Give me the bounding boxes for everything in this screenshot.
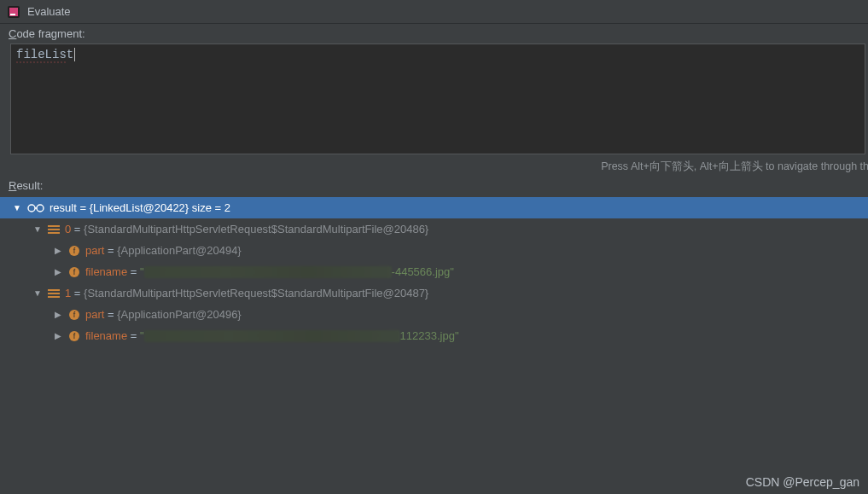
redacted-text [144,330,400,342]
svg-rect-2 [10,14,15,15]
code-expression: fileList [16,48,73,61]
result-label: Result: [0,179,868,195]
item-index: 1 [65,287,71,299]
code-fragment-input[interactable]: fileList [10,44,865,154]
field-name: filename [85,265,127,278]
tree-field-row[interactable]: ▶ f filename = " 112233.jpg" [0,325,868,346]
tree-item-row[interactable]: ▼ 1 = {StandardMultipartHttpServletReque… [0,282,868,304]
tree-field-row[interactable]: ▶ f part = {ApplicationPart@20494} [0,240,868,261]
field-value: {ApplicationPart@20496} [117,308,241,321]
string-suffix: -445566.jpg" [392,265,454,278]
svg-point-3 [28,205,35,212]
title-bar: Evaluate [0,0,868,24]
svg-rect-6 [48,229,60,230]
field-icon: f [68,330,80,342]
navigation-hint: Press Alt+向下箭头, Alt+向上箭头 to navigate thr… [0,154,868,179]
svg-rect-5 [48,225,60,227]
field-icon: f [68,266,80,278]
collapse-arrow-icon[interactable]: ▶ [53,331,63,340]
error-underline [16,61,67,63]
item-value: {StandardMultipartHttpServletRequest$Sta… [84,223,428,235]
field-icon: f [68,309,80,321]
collapse-arrow-icon[interactable]: ▶ [53,310,63,319]
tree-field-row[interactable]: ▶ f filename = " -445566.jpg" [0,261,868,282]
list-element-icon [48,288,60,299]
svg-rect-13 [48,293,60,294]
svg-rect-12 [48,289,60,291]
window-title: Evaluate [27,5,71,18]
string-quote: " [140,329,144,342]
svg-rect-7 [48,232,60,234]
watch-icon [27,203,44,213]
field-name: part [85,244,104,257]
item-index: 0 [65,223,71,235]
svg-point-4 [37,205,44,212]
list-element-icon [48,224,60,235]
expand-arrow-icon[interactable]: ▼ [32,224,43,234]
watermark: CSDN @Percep_gan [746,475,859,489]
collapse-arrow-icon[interactable]: ▶ [53,267,63,276]
collapse-arrow-icon[interactable]: ▶ [53,246,63,255]
tree-item-row[interactable]: ▼ 0 = {StandardMultipartHttpServletReque… [0,218,868,240]
result-value: {LinkedList@20422} size = 2 [90,201,230,214]
field-icon: f [68,245,80,257]
result-tree[interactable]: ▼ result = {LinkedList@20422} size = 2 ▼… [0,197,868,346]
field-name: part [85,308,104,321]
redacted-text [144,266,392,278]
string-quote: " [140,265,144,278]
code-fragment-label: Code fragment: [0,24,868,44]
app-icon [7,5,20,19]
result-name: result [50,201,77,214]
caret [74,48,75,61]
svg-rect-14 [48,296,60,298]
item-value: {StandardMultipartHttpServletRequest$Sta… [84,287,428,299]
expand-arrow-icon[interactable]: ▼ [12,203,22,212]
field-value: {ApplicationPart@20494} [117,244,241,257]
expand-arrow-icon[interactable]: ▼ [32,288,43,298]
string-suffix: 112233.jpg" [400,329,459,342]
field-name: filename [85,329,127,342]
tree-root-row[interactable]: ▼ result = {LinkedList@20422} size = 2 [0,197,868,218]
tree-field-row[interactable]: ▶ f part = {ApplicationPart@20496} [0,304,868,325]
